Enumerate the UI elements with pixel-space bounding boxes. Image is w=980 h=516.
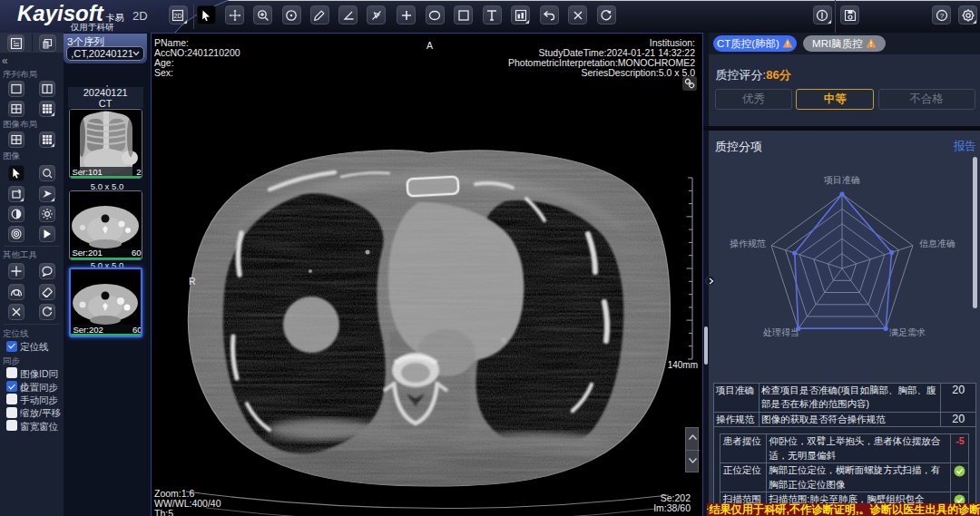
svg-text:处理得当: 处理得当	[763, 327, 799, 337]
svg-text:满足需求: 满足需求	[889, 327, 926, 337]
svg-text:?: ?	[940, 12, 945, 20]
svg-text:信息准确: 信息准确	[919, 239, 956, 248]
svg-text:140mm: 140mm	[667, 360, 697, 370]
svg-text:2D: 2D	[174, 13, 182, 19]
svg-text:操作规范: 操作规范	[730, 239, 766, 248]
svg-text:项目准确: 项目准确	[823, 175, 860, 185]
